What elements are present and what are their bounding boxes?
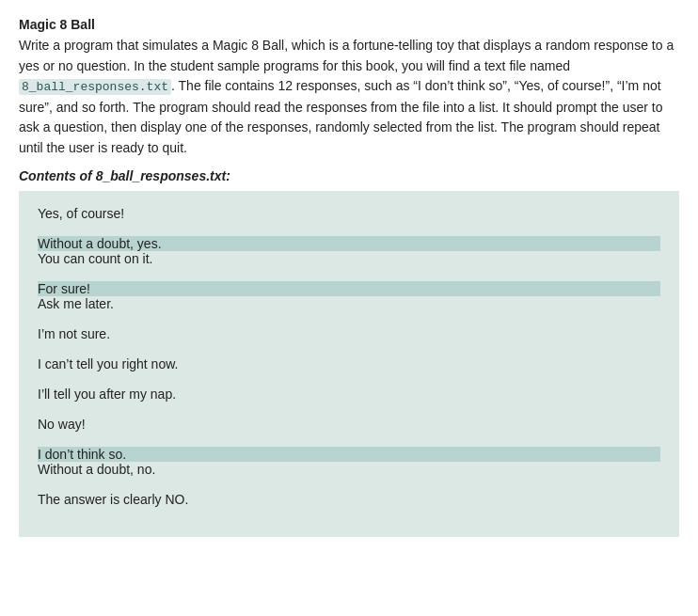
code-line: I don’t think so. xyxy=(38,447,660,462)
code-line: I can’t tell you right now. xyxy=(38,356,660,371)
code-line: I’ll tell you after my nap. xyxy=(38,387,660,402)
contents-label: Contents of 8_ball_responses.txt: xyxy=(19,168,679,183)
code-line: I’m not sure. xyxy=(38,326,660,341)
inline-code-filename: 8_ball_responses.txt xyxy=(19,79,171,95)
code-line: No way! xyxy=(38,417,660,432)
code-block: Yes, of course!Without a doubt, yes.You … xyxy=(19,191,679,537)
page-container: Magic 8 Ball Write a program that simula… xyxy=(19,17,679,537)
code-line: Yes, of course! xyxy=(38,206,660,221)
code-line: Without a doubt, no. xyxy=(38,462,660,477)
page-title: Magic 8 Ball xyxy=(19,17,679,32)
code-line: Ask me later. xyxy=(38,296,660,311)
code-line: You can count on it. xyxy=(38,251,660,266)
description-part-1: Write a program that simulates a Magic 8… xyxy=(19,38,674,73)
code-line: For sure! xyxy=(38,281,660,296)
code-line: The answer is clearly NO. xyxy=(38,492,660,507)
code-line: Without a doubt, yes. xyxy=(38,236,660,251)
description-text: Write a program that simulates a Magic 8… xyxy=(19,36,679,159)
